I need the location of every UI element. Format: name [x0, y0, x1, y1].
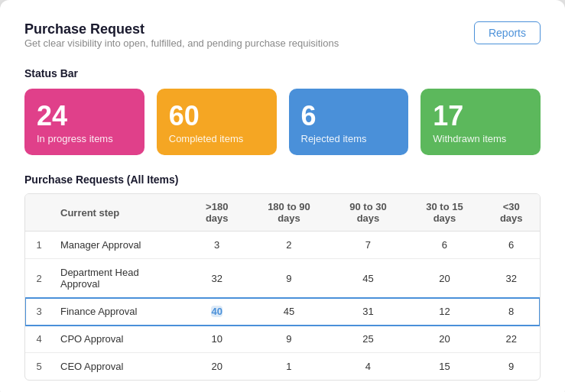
status-card-rejected: 6 Rejected items	[289, 89, 409, 155]
page-title: Purchase Request	[24, 21, 339, 37]
status-card-completed: 60 Completed items	[157, 89, 277, 155]
row-1-c4: 6	[406, 232, 482, 259]
row-4-step: CPO Approval	[53, 326, 186, 353]
table-row: 4 CPO Approval 10 9 25 20 22	[25, 326, 540, 353]
col-index	[25, 194, 53, 232]
table-header-row: Current step >180 days 180 to 90 days 90…	[25, 194, 540, 232]
status-number-completed: 60	[169, 102, 265, 130]
row-3-step: Finance Approval	[53, 298, 186, 326]
purchase-requests-table: Current step >180 days 180 to 90 days 90…	[25, 194, 540, 380]
row-2-c1: 32	[186, 259, 248, 298]
row-2-c3: 45	[330, 259, 406, 298]
row-2-id: 2	[25, 259, 53, 298]
subtitle: Get clear visibility into open, fulfille…	[24, 37, 339, 49]
row-3-c5: 8	[482, 298, 540, 326]
status-text-withdrawn: Withdrawn items	[433, 133, 528, 144]
col-30-15: 30 to 15 days	[406, 194, 482, 232]
row-4-id: 4	[25, 326, 53, 353]
table-row-highlighted: 3 Finance Approval 40 45 31 12 8	[25, 298, 540, 326]
col-180plus: >180 days	[186, 194, 248, 232]
col-180-90: 180 to 90 days	[248, 194, 330, 232]
status-number-inprogress: 24	[37, 102, 132, 130]
row-5-c2: 1	[248, 353, 330, 381]
status-text-completed: Completed items	[169, 133, 265, 144]
row-5-c1: 20	[186, 353, 248, 381]
status-text-rejected: Rejected items	[301, 133, 397, 144]
reports-button[interactable]: Reports	[474, 21, 541, 44]
status-number-rejected: 6	[301, 102, 397, 130]
row-1-c3: 7	[330, 232, 406, 259]
row-5-id: 5	[25, 353, 53, 381]
row-2-c4: 20	[406, 259, 482, 298]
row-2-step: Department Head Approval	[53, 259, 186, 298]
row-5-c4: 15	[406, 353, 482, 381]
col-90-30: 90 to 30 days	[330, 194, 406, 232]
main-window: Purchase Request Get clear visibility in…	[0, 0, 565, 392]
row-2-c2: 9	[248, 259, 330, 298]
status-bar: 24 In progress items 60 Completed items …	[24, 89, 541, 155]
row-3-c4: 12	[406, 298, 482, 326]
header-left: Purchase Request Get clear visibility in…	[24, 21, 339, 64]
title-row: Purchase Request Get clear visibility in…	[24, 21, 541, 64]
table-row: 5 CEO Approval 20 1 4 15 9	[25, 353, 540, 381]
highlighted-cell: 40	[211, 306, 222, 317]
status-number-withdrawn: 17	[433, 102, 528, 130]
row-5-step: CEO Approval	[53, 353, 186, 381]
row-5-c3: 4	[330, 353, 406, 381]
row-3-c2: 45	[248, 298, 330, 326]
row-4-c1: 10	[186, 326, 248, 353]
table-wrapper: Current step >180 days 180 to 90 days 90…	[24, 193, 541, 381]
col-30less: <30 days	[482, 194, 540, 232]
table-row: 2 Department Head Approval 32 9 45 20 32	[25, 259, 540, 298]
status-text-inprogress: In progress items	[37, 133, 132, 144]
col-current-step: Current step	[53, 194, 186, 232]
row-5-c5: 9	[482, 353, 540, 381]
row-2-c5: 32	[482, 259, 540, 298]
status-bar-label: Status Bar	[24, 67, 541, 79]
row-4-c4: 20	[406, 326, 482, 353]
row-1-step: Manager Approval	[53, 232, 186, 259]
row-3-c1: 40	[186, 298, 248, 326]
row-3-id: 3	[25, 298, 53, 326]
table-section-label: Purchase Requests (All Items)	[24, 173, 541, 186]
row-4-c2: 9	[248, 326, 330, 353]
row-1-c5: 6	[482, 232, 540, 259]
status-card-withdrawn: 17 Withdrawn items	[421, 89, 541, 155]
row-4-c5: 22	[482, 326, 540, 353]
row-1-c2: 2	[248, 232, 330, 259]
row-1-c1: 3	[186, 232, 248, 259]
row-4-c3: 25	[330, 326, 406, 353]
status-card-inprogress: 24 In progress items	[24, 89, 144, 155]
row-1-id: 1	[25, 232, 53, 259]
row-3-c3: 31	[330, 298, 406, 326]
table-row: 1 Manager Approval 3 2 7 6 6	[25, 232, 540, 259]
